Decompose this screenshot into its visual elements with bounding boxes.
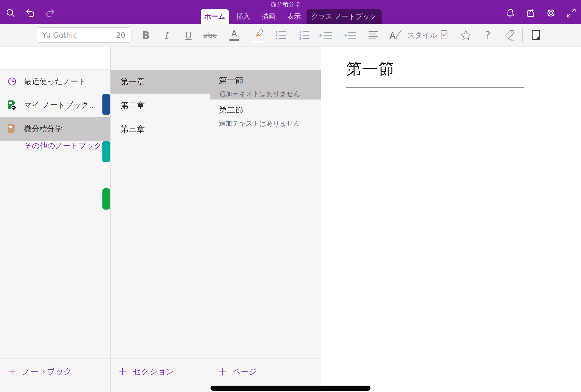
tag-button[interactable] — [503, 24, 516, 47]
sidebar-item-calculus[interactable]: 微分積分学 — [0, 117, 110, 140]
pages-list: 第一節 追加テキストはありません 第二節 追加テキストはありません ページ — [210, 47, 321, 392]
sections-footer: セクション — [110, 358, 210, 392]
page-row-2[interactable]: 第二節 追加テキストはありません — [210, 100, 321, 129]
undo-icon[interactable] — [25, 8, 36, 19]
formatting-ribbon: Yu Gothic 20 B I U abc A — [0, 24, 581, 47]
tab-class-notebook[interactable]: クラス ノートブック — [307, 9, 382, 24]
outdent-button[interactable] — [318, 24, 333, 47]
fullscreen-expand-icon[interactable] — [566, 8, 577, 19]
highlighter-button[interactable] — [252, 24, 265, 47]
sidebar-header-box — [0, 47, 110, 70]
important-star-button[interactable] — [459, 24, 472, 47]
svg-text:3: 3 — [299, 37, 301, 41]
settings-gear-icon[interactable] — [545, 8, 557, 19]
home-indicator-bar[interactable] — [210, 386, 371, 391]
sidebar-footer: ノートブック — [0, 358, 110, 392]
svg-text:A: A — [390, 30, 396, 41]
font-color-button[interactable]: A — [229, 24, 239, 47]
font-color-swatch — [229, 39, 239, 41]
font-name-value[interactable]: Yu Gothic — [36, 31, 110, 40]
clock-icon — [6, 76, 18, 87]
font-picker[interactable]: Yu Gothic 20 — [36, 27, 131, 42]
numbered-list-button[interactable]: 1 2 3 — [298, 24, 311, 47]
sidebar-item-label: 微分積分学 — [24, 124, 62, 134]
add-page-button[interactable]: ページ — [218, 366, 257, 377]
redo-icon[interactable] — [44, 8, 56, 19]
page-color-button[interactable] — [530, 24, 542, 47]
plus-icon — [218, 368, 226, 376]
font-size-value[interactable]: 20 — [110, 28, 131, 42]
sidebar-item-my-notebooks[interactable]: マイ ノートブック... — [0, 93, 110, 117]
sidebar-item-recent-notes[interactable]: 最近使ったノート — [0, 70, 110, 93]
tab-view[interactable]: 表示 — [285, 9, 303, 24]
section-row-2[interactable]: 第二章 — [110, 94, 210, 117]
page-editor: 第一節 — [321, 47, 581, 392]
notifications-bell-icon[interactable] — [505, 8, 516, 19]
bullet-list-button[interactable] — [274, 24, 288, 47]
notebooks-sidebar: 最近使ったノート マイ ノートブック... — [0, 47, 110, 392]
todo-checkbox-button[interactable] — [438, 24, 450, 47]
more-notebooks-link[interactable]: その他のノートブック — [24, 140, 102, 151]
highlight-color-swatch — [253, 41, 264, 43]
search-icon[interactable] — [5, 8, 16, 19]
ribbon-divider — [523, 28, 523, 42]
add-section-button[interactable]: セクション — [118, 366, 174, 377]
plus-icon — [8, 368, 16, 376]
add-notebook-button[interactable]: ノートブック — [8, 366, 72, 377]
sidebar-item-label: マイ ノートブック... — [24, 100, 96, 110]
share-icon[interactable] — [525, 8, 536, 19]
help-button[interactable]: ? — [485, 24, 490, 47]
alignment-button[interactable] — [367, 24, 380, 47]
notebook-color-tab — [102, 141, 110, 162]
tab-home[interactable]: ホーム — [201, 9, 229, 24]
bold-button[interactable]: B — [142, 24, 150, 47]
section-row-3[interactable]: 第三章 — [110, 117, 210, 141]
tab-draw[interactable]: 描画 — [259, 9, 277, 24]
indent-button[interactable] — [342, 24, 357, 47]
section-row-1[interactable]: 第一章 — [110, 70, 210, 94]
onenote-app: 微分積分学 ホーム 挿入 描画 表示 クラス ノートブック — [0, 0, 581, 392]
page-row-1[interactable]: 第一節 追加テキストはありません — [210, 70, 321, 100]
page-title-text[interactable]: 第一節 — [346, 58, 395, 79]
plus-icon — [118, 368, 127, 376]
titlebar: 微分積分学 ホーム 挿入 描画 表示 クラス ノートブック — [0, 0, 581, 24]
underline-button[interactable]: U — [185, 24, 191, 47]
notebook-icon — [6, 123, 18, 134]
styles-button[interactable]: A スタイル — [389, 24, 438, 47]
title-underline — [346, 87, 524, 88]
sidebar-item-label: 最近使ったノート — [24, 76, 86, 87]
strikethrough-button[interactable]: abc — [203, 24, 217, 47]
tab-insert[interactable]: 挿入 — [234, 9, 252, 24]
document-title: 微分積分学 — [271, 0, 300, 8]
italic-button[interactable]: I — [165, 24, 168, 47]
notebook-color-tab — [102, 188, 110, 210]
sections-list: 第一章 第二章 第三章 セクション — [110, 47, 210, 392]
notebook-synced-icon — [6, 100, 18, 111]
